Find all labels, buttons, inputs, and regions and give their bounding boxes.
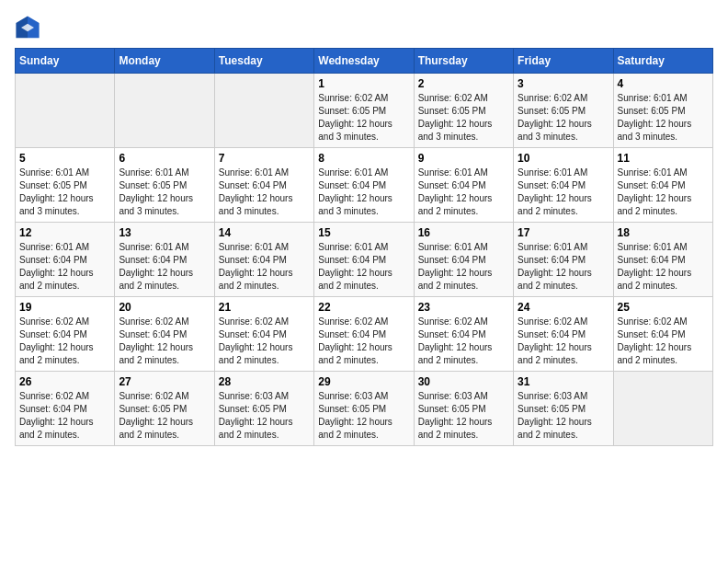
day-number: 4 — [618, 77, 709, 90]
day-number: 13 — [119, 226, 210, 239]
day-info: Sunrise: 6:02 AM Sunset: 6:04 PM Dayligh… — [219, 316, 310, 367]
calendar-cell: 31Sunrise: 6:03 AM Sunset: 6:05 PM Dayli… — [514, 372, 613, 446]
logo-icon — [15, 15, 40, 40]
day-number: 7 — [219, 152, 310, 165]
calendar-cell: 14Sunrise: 6:01 AM Sunset: 6:04 PM Dayli… — [214, 223, 313, 297]
day-info: Sunrise: 6:01 AM Sunset: 6:05 PM Dayligh… — [119, 167, 210, 218]
calendar-cell — [613, 372, 712, 446]
calendar-cell: 16Sunrise: 6:01 AM Sunset: 6:04 PM Dayli… — [414, 223, 513, 297]
day-number: 24 — [518, 301, 609, 314]
day-info: Sunrise: 6:02 AM Sunset: 6:04 PM Dayligh… — [318, 316, 409, 367]
day-info: Sunrise: 6:03 AM Sunset: 6:05 PM Dayligh… — [219, 390, 310, 442]
calendar-cell: 23Sunrise: 6:02 AM Sunset: 6:04 PM Dayli… — [414, 297, 513, 372]
calendar-week-4: 19Sunrise: 6:02 AM Sunset: 6:04 PM Dayli… — [16, 297, 713, 372]
day-number: 2 — [418, 77, 509, 90]
day-info: Sunrise: 6:01 AM Sunset: 6:04 PM Dayligh… — [219, 167, 310, 218]
day-number: 6 — [119, 152, 210, 165]
day-info: Sunrise: 6:02 AM Sunset: 6:04 PM Dayligh… — [418, 316, 509, 367]
calendar-header: SundayMondayTuesdayWednesdayThursdayFrid… — [16, 49, 713, 74]
day-number: 18 — [618, 226, 709, 239]
day-info: Sunrise: 6:02 AM Sunset: 6:05 PM Dayligh… — [418, 92, 509, 144]
day-number: 3 — [518, 77, 609, 90]
header-cell-friday: Friday — [514, 49, 613, 74]
calendar-week-2: 5Sunrise: 6:01 AM Sunset: 6:05 PM Daylig… — [16, 148, 713, 223]
calendar-cell: 15Sunrise: 6:01 AM Sunset: 6:04 PM Dayli… — [314, 223, 414, 297]
calendar-week-5: 26Sunrise: 6:02 AM Sunset: 6:04 PM Dayli… — [16, 372, 713, 446]
day-number: 19 — [19, 301, 110, 314]
day-info: Sunrise: 6:01 AM Sunset: 6:04 PM Dayligh… — [418, 167, 509, 218]
calendar-cell: 27Sunrise: 6:02 AM Sunset: 6:05 PM Dayli… — [115, 372, 214, 446]
calendar-cell: 13Sunrise: 6:01 AM Sunset: 6:04 PM Dayli… — [115, 223, 214, 297]
day-info: Sunrise: 6:01 AM Sunset: 6:05 PM Dayligh… — [618, 92, 709, 144]
calendar-cell: 24Sunrise: 6:02 AM Sunset: 6:04 PM Dayli… — [514, 297, 613, 372]
day-number: 16 — [418, 226, 509, 239]
day-number: 22 — [318, 301, 409, 314]
day-info: Sunrise: 6:02 AM Sunset: 6:04 PM Dayligh… — [618, 316, 709, 367]
page-header — [15, 15, 713, 40]
day-number: 27 — [119, 375, 210, 388]
header-cell-tuesday: Tuesday — [214, 49, 313, 74]
calendar-week-3: 12Sunrise: 6:01 AM Sunset: 6:04 PM Dayli… — [16, 223, 713, 297]
day-info: Sunrise: 6:02 AM Sunset: 6:04 PM Dayligh… — [518, 316, 609, 367]
day-number: 21 — [219, 301, 310, 314]
day-info: Sunrise: 6:01 AM Sunset: 6:04 PM Dayligh… — [318, 167, 409, 218]
header-cell-saturday: Saturday — [613, 49, 712, 74]
day-info: Sunrise: 6:01 AM Sunset: 6:04 PM Dayligh… — [618, 167, 709, 218]
calendar-cell: 30Sunrise: 6:03 AM Sunset: 6:05 PM Dayli… — [414, 372, 513, 446]
day-number: 23 — [418, 301, 509, 314]
calendar-cell: 7Sunrise: 6:01 AM Sunset: 6:04 PM Daylig… — [214, 148, 313, 223]
day-info: Sunrise: 6:01 AM Sunset: 6:04 PM Dayligh… — [618, 241, 709, 293]
calendar-cell: 3Sunrise: 6:02 AM Sunset: 6:05 PM Daylig… — [514, 74, 613, 148]
day-number: 5 — [19, 152, 110, 165]
calendar-cell: 9Sunrise: 6:01 AM Sunset: 6:04 PM Daylig… — [414, 148, 513, 223]
day-number: 31 — [518, 375, 609, 388]
calendar-cell: 28Sunrise: 6:03 AM Sunset: 6:05 PM Dayli… — [214, 372, 313, 446]
calendar-cell: 2Sunrise: 6:02 AM Sunset: 6:05 PM Daylig… — [414, 74, 513, 148]
header-cell-thursday: Thursday — [414, 49, 513, 74]
calendar-cell: 5Sunrise: 6:01 AM Sunset: 6:05 PM Daylig… — [16, 148, 115, 223]
day-number: 9 — [418, 152, 509, 165]
calendar-cell: 26Sunrise: 6:02 AM Sunset: 6:04 PM Dayli… — [16, 372, 115, 446]
day-info: Sunrise: 6:02 AM Sunset: 6:04 PM Dayligh… — [19, 390, 110, 442]
calendar-cell: 10Sunrise: 6:01 AM Sunset: 6:04 PM Dayli… — [514, 148, 613, 223]
header-row: SundayMondayTuesdayWednesdayThursdayFrid… — [16, 49, 713, 74]
day-info: Sunrise: 6:02 AM Sunset: 6:04 PM Dayligh… — [19, 316, 110, 367]
day-info: Sunrise: 6:02 AM Sunset: 6:05 PM Dayligh… — [518, 92, 609, 144]
day-number: 8 — [318, 152, 409, 165]
header-cell-wednesday: Wednesday — [314, 49, 414, 74]
calendar-cell — [16, 74, 115, 148]
day-info: Sunrise: 6:01 AM Sunset: 6:05 PM Dayligh… — [19, 167, 110, 218]
day-number: 25 — [618, 301, 709, 314]
day-number: 10 — [518, 152, 609, 165]
day-number: 28 — [219, 375, 310, 388]
calendar-cell: 11Sunrise: 6:01 AM Sunset: 6:04 PM Dayli… — [613, 148, 712, 223]
calendar-cell: 22Sunrise: 6:02 AM Sunset: 6:04 PM Dayli… — [314, 297, 414, 372]
day-info: Sunrise: 6:03 AM Sunset: 6:05 PM Dayligh… — [418, 390, 509, 442]
day-info: Sunrise: 6:02 AM Sunset: 6:04 PM Dayligh… — [119, 316, 210, 367]
calendar-cell: 20Sunrise: 6:02 AM Sunset: 6:04 PM Dayli… — [115, 297, 214, 372]
day-info: Sunrise: 6:02 AM Sunset: 6:05 PM Dayligh… — [119, 390, 210, 442]
day-info: Sunrise: 6:03 AM Sunset: 6:05 PM Dayligh… — [318, 390, 409, 442]
day-number: 29 — [318, 375, 409, 388]
day-info: Sunrise: 6:01 AM Sunset: 6:04 PM Dayligh… — [418, 241, 509, 293]
day-number: 17 — [518, 226, 609, 239]
calendar-cell: 25Sunrise: 6:02 AM Sunset: 6:04 PM Dayli… — [613, 297, 712, 372]
calendar-cell: 18Sunrise: 6:01 AM Sunset: 6:04 PM Dayli… — [613, 223, 712, 297]
day-info: Sunrise: 6:01 AM Sunset: 6:04 PM Dayligh… — [518, 241, 609, 293]
day-number: 14 — [219, 226, 310, 239]
day-info: Sunrise: 6:01 AM Sunset: 6:04 PM Dayligh… — [318, 241, 409, 293]
day-number: 12 — [19, 226, 110, 239]
calendar-week-1: 1Sunrise: 6:02 AM Sunset: 6:05 PM Daylig… — [16, 74, 713, 148]
calendar-cell — [214, 74, 313, 148]
day-info: Sunrise: 6:03 AM Sunset: 6:05 PM Dayligh… — [518, 390, 609, 442]
day-info: Sunrise: 6:02 AM Sunset: 6:05 PM Dayligh… — [318, 92, 409, 144]
calendar-cell — [115, 74, 214, 148]
calendar-table: SundayMondayTuesdayWednesdayThursdayFrid… — [15, 48, 713, 446]
calendar-cell: 1Sunrise: 6:02 AM Sunset: 6:05 PM Daylig… — [314, 74, 414, 148]
calendar-cell: 4Sunrise: 6:01 AM Sunset: 6:05 PM Daylig… — [613, 74, 712, 148]
calendar-cell: 17Sunrise: 6:01 AM Sunset: 6:04 PM Dayli… — [514, 223, 613, 297]
calendar-cell: 21Sunrise: 6:02 AM Sunset: 6:04 PM Dayli… — [214, 297, 313, 372]
calendar-cell: 6Sunrise: 6:01 AM Sunset: 6:05 PM Daylig… — [115, 148, 214, 223]
header-cell-sunday: Sunday — [16, 49, 115, 74]
day-number: 15 — [318, 226, 409, 239]
